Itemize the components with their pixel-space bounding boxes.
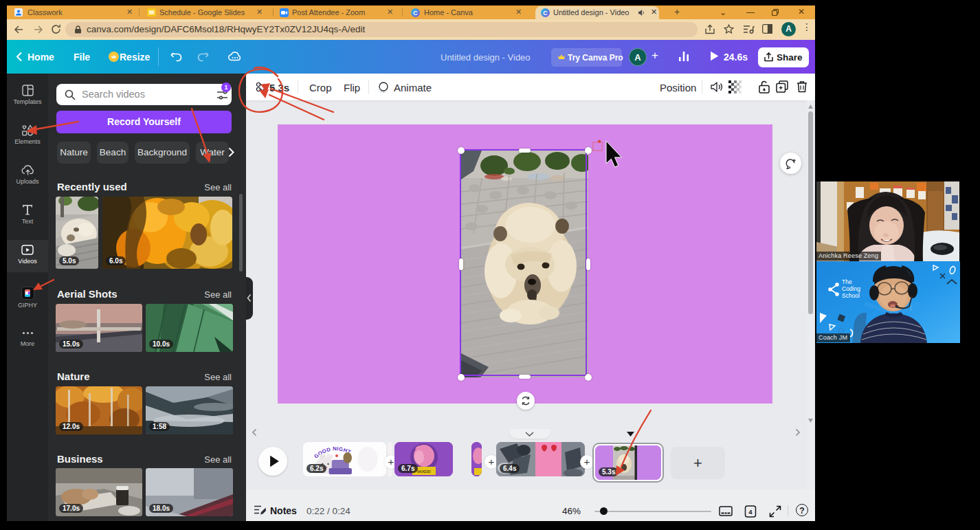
svg-text:4: 4	[748, 508, 753, 516]
svg-text:C: C	[413, 9, 418, 16]
svg-text:School: School	[842, 292, 860, 299]
svg-text:Coding: Coding	[842, 285, 860, 292]
svg-text:C: C	[543, 10, 548, 16]
svg-text:The: The	[842, 278, 852, 285]
svg-text:HUGS!: HUGS!	[417, 470, 430, 474]
